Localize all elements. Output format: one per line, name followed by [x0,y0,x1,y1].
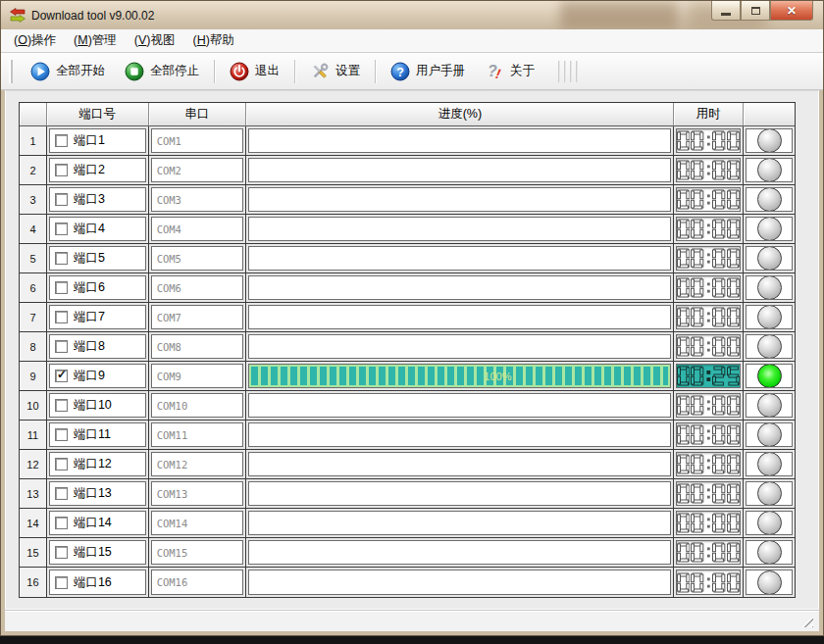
port-label: 端口4 [74,221,105,237]
header-progress[interactable]: 进度(%) [246,103,674,126]
time-cell [674,450,744,479]
window-title: Download tool v9.00.02 [31,9,154,23]
port-checkbox[interactable] [55,164,68,176]
about-label: 关于 [510,63,535,79]
port-checkbox[interactable] [55,546,68,559]
port-checkbox[interactable] [55,134,68,147]
menu-view[interactable]: (V)视图 [126,29,184,52]
port-checkbox[interactable] [55,517,68,529]
status-light [757,128,782,153]
status-light [757,158,782,182]
port-checkbox[interactable] [55,399,68,412]
port-checkbox[interactable] [55,428,68,441]
toolbar-separator [375,60,376,83]
status-cell [744,156,795,185]
table-row: 14 端口14 COM14 [20,509,795,538]
row-index: 5 [29,253,35,265]
header-time[interactable]: 用时 [674,103,744,126]
port-checkbox[interactable] [55,223,68,235]
about-button[interactable]: ? ! 关于 [475,56,544,87]
serial-cell: COM7 [149,303,247,332]
maximize-button[interactable] [741,1,770,21]
menu-help[interactable]: (H)帮助 [184,29,243,52]
port-label: 端口5 [74,250,105,267]
status-light [757,187,782,212]
header-index [20,103,47,126]
stop-all-label: 全部停止 [150,63,199,79]
com-input[interactable]: COM12 [151,452,244,476]
titlebar[interactable]: Download tool v9.00.02 ✕ [1,1,823,29]
header-port[interactable]: 端口号 [47,103,149,126]
status-cell [744,391,795,421]
port-checkbox[interactable] [55,487,68,500]
port-label: 端口14 [74,515,112,531]
resize-grip-icon[interactable] [800,615,813,627]
close-button[interactable]: ✕ [770,1,813,21]
port-label: 端口13 [74,485,112,502]
port-cell: 端口7 [47,303,149,332]
time-cell [674,303,744,332]
com-input[interactable]: COM13 [151,481,244,506]
row-index-cell: 14 [20,509,47,538]
stop-all-button[interactable]: 全部停止 [115,56,209,87]
stop-circle-icon [125,62,144,81]
toolbar-separator [294,60,295,83]
com-input[interactable]: COM6 [151,275,244,300]
time-display [676,334,741,359]
status-light [757,364,782,388]
com-input[interactable]: COM8 [151,334,244,359]
com-input[interactable]: COM9 [151,364,244,388]
toolbar-grip-right[interactable] [558,61,578,82]
row-index-cell: 6 [20,273,47,303]
com-input[interactable]: COM15 [151,540,244,565]
port-cell: 端口1 [47,126,149,156]
settings-button[interactable]: 设置 [300,56,370,87]
com-input[interactable]: COM1 [151,128,244,153]
progress-cell [246,185,674,215]
start-all-label: 全部开始 [56,63,105,79]
com-input[interactable]: COM7 [151,305,244,329]
com-input[interactable]: COM16 [151,570,244,595]
app-icon [10,8,26,24]
status-light [757,334,782,359]
com-input[interactable]: COM3 [151,187,244,212]
exit-button[interactable]: 退出 [220,56,289,87]
user-manual-button[interactable]: ? 用户手册 [381,56,475,87]
settings-label: 设置 [335,63,360,79]
time-cell [674,568,744,597]
port-checkbox[interactable] [55,370,68,382]
port-checkbox[interactable] [55,458,68,471]
time-display [676,275,741,300]
row-index-cell: 4 [20,215,47,244]
com-input[interactable]: COM5 [151,246,244,271]
port-checkbox[interactable] [55,252,68,265]
com-value: COM7 [157,312,181,323]
com-input[interactable]: COM14 [151,511,244,535]
menu-manage[interactable]: (M)管理 [65,29,126,52]
port-checkbox[interactable] [55,193,68,206]
com-input[interactable]: COM10 [151,393,244,418]
port-checkbox[interactable] [55,281,68,294]
row-index-cell: 12 [20,450,47,479]
com-value: COM11 [157,429,188,441]
menu-operation[interactable]: (O)操作 [5,29,65,52]
com-value: COM4 [157,223,181,235]
time-cell [674,215,744,244]
port-label: 端口9 [74,368,105,384]
row-index: 15 [26,547,38,559]
port-cell: 端口13 [47,479,149,509]
header-serial[interactable]: 串口 [149,103,247,126]
port-checkbox[interactable] [55,340,68,353]
port-checkbox[interactable] [55,311,68,323]
com-input[interactable]: COM4 [151,217,244,241]
serial-cell: COM8 [149,332,247,362]
minimize-button[interactable] [711,1,741,21]
start-all-button[interactable]: 全部开始 [21,56,115,87]
time-cell [674,126,744,156]
com-input[interactable]: COM2 [151,158,244,182]
port-checkbox[interactable] [55,576,68,589]
time-display [676,364,741,388]
port-cell: 端口2 [47,156,149,185]
com-input[interactable]: COM11 [151,422,244,447]
toolbar-grip[interactable] [9,60,13,83]
